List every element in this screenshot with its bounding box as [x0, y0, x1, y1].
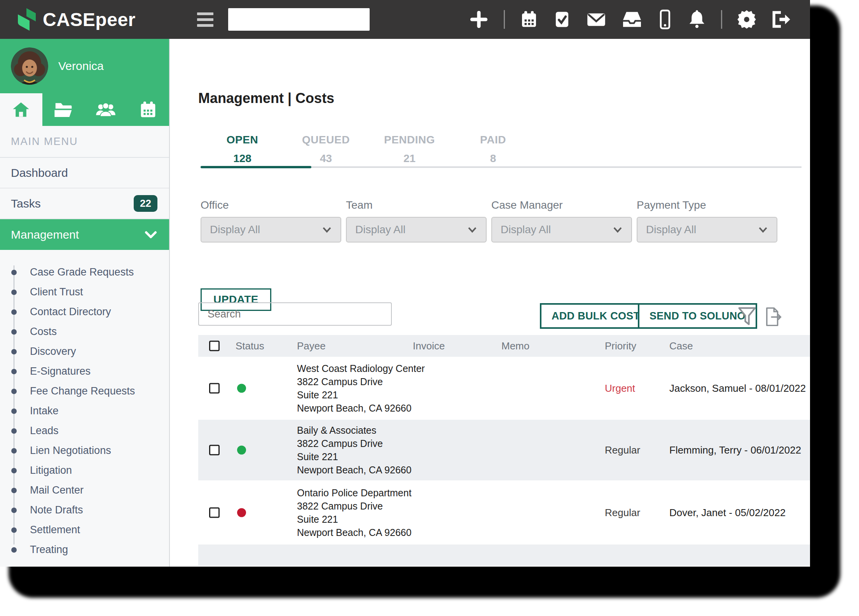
bullet-icon	[11, 547, 17, 553]
sidebar-subitem-settlement[interactable]: Settlement	[0, 520, 169, 540]
settings-gear-icon[interactable]	[737, 10, 756, 29]
payee-address: Suite 221	[297, 450, 412, 463]
filter-case-manager: Case Manager Display All	[491, 199, 632, 243]
sidebar-tab-calendar[interactable]	[127, 93, 169, 126]
payment-type-select[interactable]: Display All	[637, 217, 777, 243]
folder-icon	[54, 101, 73, 118]
chevron-down-icon	[468, 227, 477, 233]
filter-team: Team Display All	[346, 199, 487, 243]
tab-label: QUEUED	[284, 134, 368, 146]
filter-office: Office Display All	[201, 199, 341, 243]
bullet-icon	[11, 349, 17, 354]
team-select[interactable]: Display All	[346, 217, 487, 243]
tab-open[interactable]: OPEN 128	[201, 134, 284, 165]
user-profile[interactable]: Veronica	[0, 39, 169, 93]
sidebar-subitem-litigation[interactable]: Litigation	[0, 461, 169, 480]
sidebar-subitem-label: Discovery	[30, 346, 76, 358]
screenshot-stage: CASEpeer	[0, 0, 859, 616]
sign-out-icon[interactable]	[771, 10, 791, 29]
bullet-icon	[11, 527, 17, 533]
sidebar-item-label: Management	[11, 228, 79, 241]
sidebar-subitem-treating[interactable]: Treating	[0, 540, 169, 560]
sidebar-subitem-label: Client Trust	[30, 286, 83, 298]
payee-name: Baily & Associates	[297, 424, 412, 437]
case-manager-select[interactable]: Display All	[491, 217, 632, 243]
sidebar-item-management[interactable]: Management	[0, 219, 169, 250]
app-window: CASEpeer	[0, 0, 810, 567]
tab-label: OPEN	[201, 134, 284, 146]
bullet-icon	[11, 270, 17, 275]
row-checkbox[interactable]	[209, 507, 220, 518]
payee-address: Suite 221	[297, 388, 425, 401]
brand-logo[interactable]: CASEpeer	[15, 7, 136, 31]
sidebar-subitem-discovery[interactable]: Discovery	[0, 342, 169, 361]
sidebar-subitem-mail-center[interactable]: Mail Center	[0, 480, 169, 500]
sidebar-subitem-label: Settlement	[30, 524, 80, 536]
table-row[interactable]: Baily & Associates 3822 Campus Drive Sui…	[198, 420, 810, 480]
mail-envelope-icon[interactable]	[586, 10, 607, 29]
calendar-icon[interactable]	[520, 10, 538, 29]
topbar-icon-group	[469, 9, 810, 30]
inbox-tray-icon[interactable]	[622, 10, 643, 28]
sidebar-subitem-fee-change-requests[interactable]: Fee Change Requests	[0, 381, 169, 401]
sidebar-item-dashboard[interactable]: Dashboard	[0, 158, 169, 188]
sidebar-subitem-label: Leads	[30, 425, 59, 437]
row-checkbox[interactable]	[209, 383, 220, 394]
case-cell[interactable]: Dover, Janet - 05/02/2022	[669, 506, 786, 518]
topbar: CASEpeer	[0, 0, 810, 39]
payee-address: Newport Beach, CA 92660	[297, 401, 425, 415]
sidebar-subitem-label: Intake	[30, 405, 59, 417]
priority-cell: Regular	[605, 506, 640, 518]
table-row-partial	[198, 544, 810, 566]
column-header-case: Case	[669, 340, 693, 352]
sidebar-subitem-leads[interactable]: Leads	[0, 421, 169, 441]
table-search-input[interactable]	[199, 303, 391, 325]
table-row[interactable]: West Coast Radiology Center 3822 Campus …	[198, 357, 810, 420]
sidebar-subitem-contact-directory[interactable]: Contact Directory	[0, 302, 169, 322]
tab-paid[interactable]: PAID 8	[451, 134, 535, 165]
tab-pending[interactable]: PENDING 21	[368, 134, 451, 165]
filter-label: Office	[201, 199, 341, 211]
sidebar-subitem-e-signatures[interactable]: E-Signatures	[0, 361, 169, 381]
sidebar-tab-cases[interactable]	[42, 93, 85, 126]
sidebar-tab-contacts[interactable]	[85, 93, 127, 126]
management-submenu: Case Grade Requests Client Trust Contact…	[0, 250, 169, 560]
tasks-check-icon[interactable]	[553, 10, 571, 29]
topbar-search-input[interactable]	[228, 8, 371, 31]
sidebar-subitem-client-trust[interactable]: Client Trust	[0, 282, 169, 302]
sidebar-subitem-label: Costs	[30, 326, 57, 338]
table-search[interactable]	[198, 302, 392, 326]
sidebar-subitem-costs[interactable]: Costs	[0, 322, 169, 342]
sidebar-subitem-note-drafts[interactable]: Note Drafts	[0, 500, 169, 520]
notifications-bell-icon[interactable]	[688, 10, 706, 29]
bullet-icon	[11, 508, 17, 513]
topbar-search[interactable]	[228, 8, 370, 31]
tasks-count-badge: 22	[134, 195, 157, 212]
case-cell[interactable]: Jackson, Samuel - 08/01/2022	[669, 382, 806, 394]
case-cell[interactable]: Flemming, Terry - 06/01/2022	[669, 444, 801, 456]
payee-address: Newport Beach, CA 92660	[297, 463, 412, 476]
filter-funnel-icon[interactable]	[737, 306, 757, 328]
tab-queued[interactable]: QUEUED 43	[284, 134, 368, 165]
menu-hamburger-icon[interactable]	[197, 12, 213, 27]
bullet-icon	[11, 389, 17, 394]
export-file-icon[interactable]	[762, 306, 784, 329]
table-row[interactable]: Ontario Police Department 3822 Campus Dr…	[198, 480, 810, 544]
add-plus-icon[interactable]	[469, 9, 489, 30]
row-checkbox[interactable]	[209, 445, 220, 455]
sidebar-tab-home[interactable]	[0, 93, 42, 126]
bullet-icon	[11, 290, 17, 295]
mobile-phone-icon[interactable]	[657, 9, 673, 30]
sidebar-item-tasks[interactable]: Tasks 22	[0, 188, 169, 219]
payee-address: Newport Beach, CA 92660	[297, 526, 412, 539]
select-all-checkbox[interactable]	[209, 341, 220, 351]
tab-count: 21	[368, 152, 451, 165]
bullet-icon	[11, 329, 17, 335]
sidebar-subitem-lien-negotiations[interactable]: Lien Negotiations	[0, 441, 169, 461]
sidebar-subitem-label: Case Grade Requests	[30, 266, 134, 278]
sidebar-subitem-label: Lien Negotiations	[30, 445, 111, 457]
sidebar-subitem-intake[interactable]: Intake	[0, 401, 169, 421]
payee-cell: West Coast Radiology Center 3822 Campus …	[297, 362, 425, 415]
office-select[interactable]: Display All	[201, 217, 341, 243]
sidebar-subitem-case-grade-requests[interactable]: Case Grade Requests	[0, 262, 169, 282]
